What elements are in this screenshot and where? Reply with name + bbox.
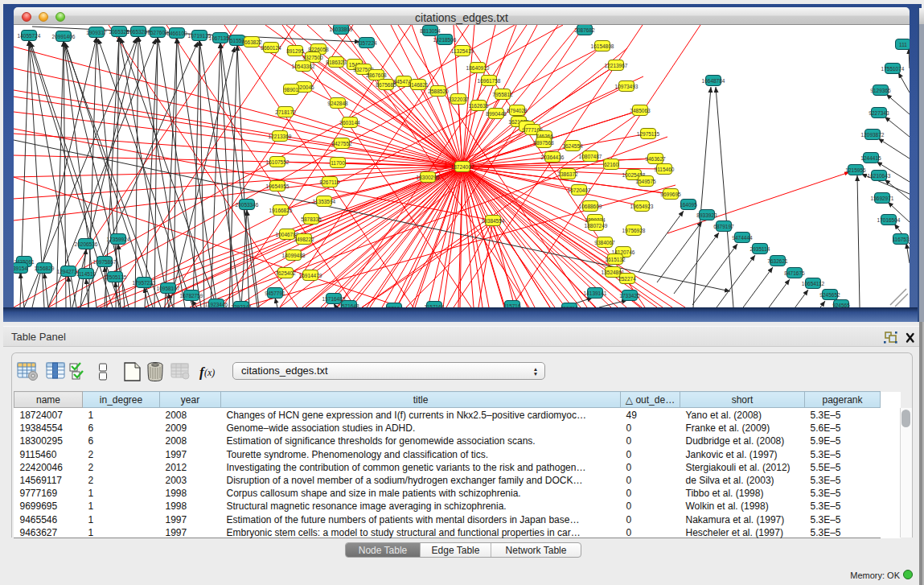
svg-text:17551074: 17551074 [881,66,905,72]
svg-text:7663822: 7663822 [241,39,262,45]
svg-text:9457791: 9457791 [265,290,285,296]
svg-text:9115460: 9115460 [655,167,675,172]
svg-text:19654955: 19654955 [266,183,290,189]
svg-text:6466100: 6466100 [166,31,187,36]
svg-text:7485063: 7485063 [630,108,651,113]
svg-text:115716: 115716 [503,303,521,308]
svg-text:1549575: 1549575 [635,179,656,184]
svg-text:15692971: 15692971 [871,196,894,201]
svg-text:10654112: 10654112 [802,281,825,286]
svg-text:19756928: 19756928 [622,228,646,233]
svg-text:12975115: 12975115 [637,131,660,137]
svg-text:8267110: 8267110 [320,179,340,185]
svg-text:1615132: 1615132 [605,257,626,262]
svg-text:62160: 62160 [604,162,618,167]
svg-text:10807487: 10807487 [579,154,602,159]
svg-text:14139141: 14139141 [584,290,607,296]
svg-text:8933923: 8933923 [696,212,717,218]
svg-text:14055724: 14055724 [18,33,41,39]
svg-text:6794028: 6794028 [507,108,528,113]
svg-text:2867608: 2867608 [366,72,387,78]
svg-text:17359924: 17359924 [107,237,130,242]
svg-text:16154808: 16154808 [591,43,614,49]
svg-text:2935114: 2935114 [750,246,770,252]
svg-text:39154: 39154 [14,266,27,271]
svg-text:9242848: 9242848 [327,101,348,106]
svg-text:19218506: 19218506 [433,37,457,43]
svg-text:14099488: 14099488 [282,253,306,258]
svg-text:8471676: 8471676 [784,270,805,276]
svg-text:10973493: 10973493 [615,84,639,89]
svg-text:924565: 924565 [832,303,850,308]
svg-text:9227343: 9227343 [869,110,889,116]
svg-text:12093872: 12093872 [861,132,885,138]
svg-text:9463627: 9463627 [645,156,666,162]
svg-text:18807249: 18807249 [585,223,608,229]
svg-text:16210643: 16210643 [868,173,891,179]
svg-text:10958107: 10958107 [157,286,180,291]
svg-text:12213369: 12213369 [269,134,292,139]
svg-text:1244415: 1244415 [860,155,881,161]
svg-text:8990448: 8990448 [486,111,507,117]
svg-text:1156829: 1156829 [35,266,55,271]
svg-text:17016504: 17016504 [877,217,901,223]
svg-text:1162635: 1162635 [469,103,489,109]
svg-text:8660124: 8660124 [261,45,281,51]
svg-text:715716: 715716 [561,306,578,308]
svg-text:1157164: 1157164 [425,304,445,308]
svg-text:1733426: 1733426 [619,293,640,299]
svg-text:10688609: 10688609 [579,204,602,209]
svg-text:6897568: 6897568 [533,140,554,146]
svg-text:16648784: 16648784 [702,78,725,84]
svg-text:19166825: 19166825 [269,208,293,213]
svg-text:16961758: 16961758 [478,78,501,84]
svg-text:7357224: 7357224 [356,40,377,46]
svg-text:9474444: 9474444 [732,235,753,241]
svg-text:252274: 252274 [618,276,636,282]
svg-text:17957223: 17957223 [133,280,156,286]
svg-text:15716485: 15716485 [322,296,346,302]
svg-text:10975867: 10975867 [93,259,117,265]
svg-text:7625402: 7625402 [275,270,296,276]
svg-text:11325419: 11325419 [451,48,474,54]
svg-text:1292344: 1292344 [231,304,252,308]
svg-text:9384067: 9384067 [594,240,615,245]
svg-text:20364436: 20364436 [541,154,565,160]
svg-text:12505135: 12505135 [104,274,127,280]
svg-text:3498222: 3498222 [294,237,314,242]
svg-text:10543362: 10543362 [292,64,315,69]
svg-text:6879197: 6879197 [713,224,734,229]
svg-text:1527602: 1527602 [147,30,168,35]
svg-text:7386372: 7386372 [557,171,578,177]
svg-text:1114519: 1114519 [76,271,97,277]
svg-text:18300295: 18300295 [417,175,440,180]
svg-text:111: 111 [899,42,907,47]
svg-text:891295: 891295 [286,48,304,54]
svg-text:16914479: 16914479 [299,273,322,278]
svg-text:11923446: 11923446 [205,302,228,307]
svg-text:5878335: 5878335 [301,216,322,222]
svg-text:2588520: 2588520 [428,89,449,94]
svg-text:98901: 98901 [284,87,298,93]
svg-text:2718170: 2718170 [275,109,296,115]
svg-text:15720407: 15720407 [568,187,591,193]
svg-text:7632621: 7632621 [767,258,788,264]
svg-text:3624554: 3624554 [562,143,583,149]
svg-text:9327500: 9327500 [302,55,323,60]
svg-text:9146821: 9146821 [408,82,429,88]
svg-text:8813054: 8813054 [420,28,441,34]
svg-text:7955812: 7955812 [492,92,513,97]
svg-text:11700: 11700 [331,160,345,166]
svg-text:20053346: 20053346 [236,202,259,208]
svg-text:957164: 957164 [385,306,403,308]
svg-text:8322037: 8322037 [448,97,469,102]
svg-text:8226058: 8226058 [308,47,329,52]
svg-text:2087682: 2087682 [574,27,595,33]
svg-text:19654923: 19654923 [630,204,654,209]
svg-text:18724007: 18724007 [451,164,474,170]
svg-text:11353594: 11353594 [313,199,336,204]
svg-text:2603144: 2603144 [339,120,360,126]
svg-text:116753: 116753 [892,237,910,242]
svg-text:20206536: 20206536 [75,241,98,247]
svg-text:18640910: 18640910 [466,65,490,71]
